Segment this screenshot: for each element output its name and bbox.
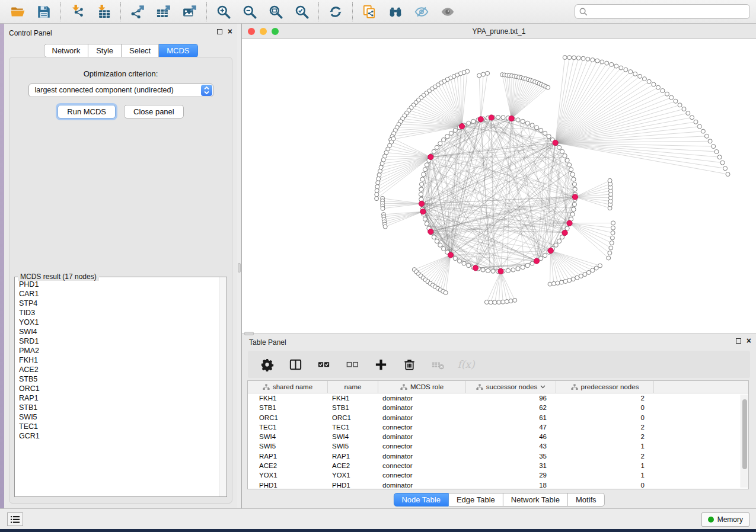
table-scrollbar-thumb[interactable] <box>742 399 747 469</box>
table-cell: 43 <box>466 441 556 451</box>
tab-select[interactable]: Select <box>122 44 159 57</box>
task-history-button[interactable] <box>7 512 23 526</box>
splitter-grip[interactable] <box>238 263 241 273</box>
zoom-fit-icon[interactable] <box>267 3 285 21</box>
table-cell: 0 <box>556 413 654 422</box>
mcds-result-item[interactable]: GCR1 <box>15 431 219 441</box>
show-columns-icon[interactable] <box>288 357 302 371</box>
column-header-shared-name[interactable]: shared name <box>248 381 328 393</box>
table-close-icon[interactable]: × <box>747 338 751 344</box>
table-cell: SWI4 <box>248 432 328 441</box>
panel-splitter[interactable] <box>237 24 242 508</box>
table-row[interactable]: YOX1YOX1connector291 <box>248 470 748 480</box>
mcds-result-item[interactable]: SWI4 <box>15 327 219 336</box>
criterion-dropdown[interactable]: largest connected component (undirected) <box>28 84 213 97</box>
save-session-icon[interactable] <box>35 3 53 21</box>
column-header-name[interactable]: name <box>328 381 378 393</box>
mcds-result-item[interactable]: YOX1 <box>15 318 219 327</box>
column-header-MCDS-role[interactable]: MCDS role <box>378 381 466 393</box>
export-network-icon[interactable] <box>129 3 146 21</box>
float-panel-icon[interactable] <box>217 29 222 34</box>
add-row-icon[interactable] <box>374 357 388 371</box>
mcds-result-item[interactable]: TEC1 <box>15 422 219 431</box>
table-scrollbar[interactable] <box>741 395 748 488</box>
mcds-result-list[interactable]: PHD1CAR1STP4TID3YOX1SWI4SRD1PMA2FKH1ACE2… <box>15 280 219 496</box>
table-row[interactable]: RAP1RAP1dominator352 <box>248 451 748 461</box>
zoom-selected-icon[interactable] <box>293 3 311 21</box>
close-panel-button[interactable]: Close panel <box>124 105 184 118</box>
mcds-result-item[interactable]: FKH1 <box>15 355 219 365</box>
refresh-layout-icon[interactable] <box>327 3 344 21</box>
table-toolbar: f(x) <box>248 351 750 378</box>
zoom-in-icon[interactable] <box>215 3 232 21</box>
search-binoculars-icon[interactable] <box>387 3 404 21</box>
show-panels-icon[interactable] <box>439 3 457 21</box>
tab-network-table[interactable]: Network Table <box>503 493 568 507</box>
table-cell: PHD1 <box>248 480 328 489</box>
column-label: predecessor nodes <box>581 383 639 390</box>
export-image-icon[interactable] <box>181 3 199 21</box>
zoom-out-icon[interactable] <box>241 3 259 21</box>
control-panel-tabs: Network Style Select MCDS <box>43 44 197 57</box>
toolbar-separator <box>352 2 353 21</box>
mcds-result-item[interactable]: STB1 <box>15 403 219 412</box>
column-label: MCDS role <box>410 383 444 390</box>
mcds-result-scrollbar[interactable] <box>219 277 227 496</box>
close-panel-icon[interactable]: × <box>228 28 232 34</box>
mcds-result-item[interactable]: STP4 <box>15 299 219 308</box>
tab-style[interactable]: Style <box>88 44 122 57</box>
table-row[interactable]: PHD1PHD1dominator180 <box>248 480 748 489</box>
delete-row-icon[interactable] <box>402 357 416 371</box>
mcds-result-item[interactable]: SWI5 <box>15 412 219 422</box>
tab-motifs[interactable]: Motifs <box>568 493 605 507</box>
table-row[interactable]: SWI4SWI4dominator462 <box>248 432 748 441</box>
table-row[interactable]: FKH1FKH1dominator962 <box>248 393 748 403</box>
settings-gear-icon[interactable] <box>260 357 274 371</box>
mcds-result-item[interactable]: STB5 <box>15 374 219 384</box>
table-cell: TEC1 <box>328 422 378 432</box>
table-row[interactable]: ACE2ACE2connector311 <box>248 461 748 470</box>
export-table-icon[interactable] <box>155 3 173 21</box>
mcds-result-item[interactable]: CAR1 <box>15 289 219 299</box>
table-cell: FKH1 <box>328 393 378 403</box>
column-header-successor-nodes[interactable]: successor nodes <box>466 381 556 393</box>
table-row[interactable]: ORC1ORC1dominator610 <box>248 413 748 422</box>
mcds-result-item[interactable]: TID3 <box>15 308 219 318</box>
network-graph[interactable] <box>242 39 756 334</box>
tab-network[interactable]: Network <box>43 44 88 57</box>
network-canvas[interactable] <box>242 39 756 334</box>
column-header-predecessor-nodes[interactable]: predecessor nodes <box>556 381 654 393</box>
select-all-icon[interactable] <box>317 357 331 371</box>
clone-network-icon[interactable] <box>361 3 378 21</box>
table-float-icon[interactable] <box>736 338 741 344</box>
mcds-result-box: MCDS result (17 nodes) PHD1CAR1STP4TID3Y… <box>14 277 227 497</box>
table-row[interactable]: TEC1TEC1connector472 <box>248 422 748 432</box>
tab-edge-table[interactable]: Edge Table <box>449 493 503 507</box>
table-row[interactable]: SWI5SWI5connector431 <box>248 441 748 451</box>
open-session-icon[interactable] <box>9 3 27 21</box>
run-mcds-button[interactable]: Run MCDS <box>58 105 116 118</box>
import-table-icon[interactable] <box>95 3 113 21</box>
mcds-result-item[interactable]: ORC1 <box>15 384 219 393</box>
table-cell: FKH1 <box>248 393 328 403</box>
unselect-all-icon[interactable] <box>345 357 359 371</box>
mcds-result-item[interactable]: ACE2 <box>15 365 219 374</box>
tab-mcds[interactable]: MCDS <box>159 44 197 57</box>
table-cell: 47 <box>466 422 556 432</box>
search-input[interactable] <box>591 5 746 18</box>
table-cell: STB1 <box>328 403 378 412</box>
tab-node-table[interactable]: Node Table <box>393 493 449 507</box>
import-network-icon[interactable] <box>69 3 87 21</box>
memory-button[interactable]: Memory <box>701 512 749 527</box>
table-splitter-grip[interactable] <box>244 332 254 335</box>
mcds-result-item[interactable]: RAP1 <box>15 393 219 403</box>
mcds-result-item[interactable]: PHD1 <box>15 280 219 289</box>
table-cell: dominator <box>378 451 466 461</box>
search-box[interactable] <box>575 4 750 19</box>
mcds-result-item[interactable]: SRD1 <box>15 336 219 346</box>
table-cell: ACE2 <box>328 461 378 470</box>
mcds-result-item[interactable]: PMA2 <box>15 346 219 355</box>
hide-panels-icon[interactable] <box>413 3 430 21</box>
table-cell: SWI5 <box>328 441 378 451</box>
table-row[interactable]: STB1STB1dominator620 <box>248 403 748 412</box>
